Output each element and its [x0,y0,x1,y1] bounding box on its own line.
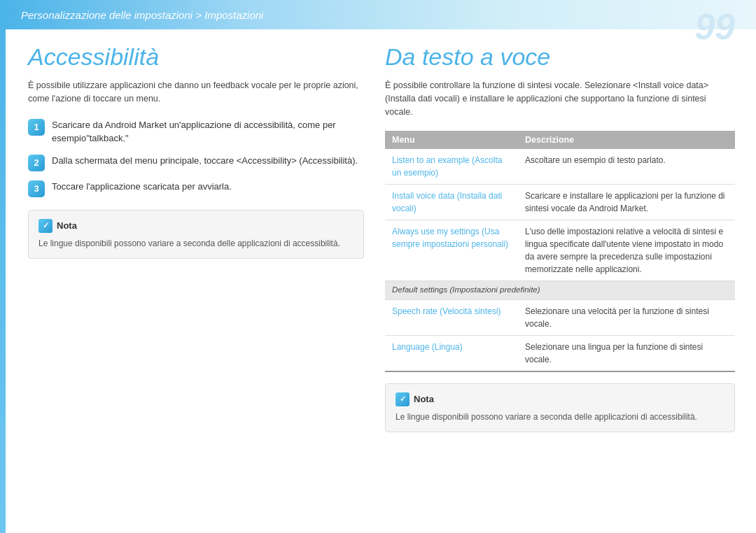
left-nota-icon: ✓ [38,219,52,233]
left-nota-box: ✓ Nota Le lingue disponibili possono var… [28,210,364,259]
right-nota-text: Le lingue disponibili possono variare a … [396,411,724,423]
table-row: Always use my settings (Usa sempre impos… [385,220,735,281]
right-nota-label: Nota [414,394,434,404]
breadcrumb-current: Impostazioni [204,9,263,21]
step-3: 3 Toccare l'applicazione scaricata per a… [28,180,364,197]
left-column: Accessibilità È possibile utilizzare app… [28,43,364,432]
left-nota-text: Le lingue disponibili possono variare a … [38,237,354,250]
menu-cell: Install voice data (Installa dati vocali… [385,185,518,220]
accessibilita-title: Accessibilità [28,43,364,71]
table-subheader: Default settings (Impostazioni predefini… [385,281,735,299]
info-table: Menu Descrizione Listen to an example (A… [385,131,735,371]
table-row: Speech rate (Velocità sintesi) Seleziona… [385,299,735,335]
description-cell: Selezionare una velocità per la funzione… [518,299,735,335]
main-content: Accessibilità È possibile utilizzare app… [0,29,756,446]
description-cell: Selezionare una lingua per la funzione d… [518,335,735,371]
menu-cell: Language (Lingua) [385,335,518,371]
step-1-number: 1 [28,119,45,136]
subheader-text: Default settings (Impostazioni predefini… [385,281,735,299]
right-nota-header: ✓ Nota [396,392,724,406]
description-cell: Ascoltare un esempio di testo parlato. [518,149,735,185]
step-1: 1 Scaricare da Android Market un'applica… [28,118,364,145]
left-nota-header: ✓ Nota [38,219,354,233]
step-3-number: 3 [28,180,45,197]
breadcrumb-separator: > [195,9,204,21]
steps-list: 1 Scaricare da Android Market un'applica… [28,118,364,197]
right-column: Da testo a voce È possibile controllare … [385,43,735,432]
left-nota-label: Nota [57,220,77,231]
table-row: Listen to an example (Ascolta un esempio… [385,149,735,185]
step-3-text: Toccare l'applicazione scaricata per avv… [52,180,232,194]
table-row: Install voice data (Installa dati vocali… [385,185,735,220]
breadcrumb: Personalizzazione delle impostazioni > I… [21,9,263,21]
left-stripe [0,0,6,533]
header-bar: Personalizzazione delle impostazioni > I… [0,0,756,29]
menu-cell: Always use my settings (Usa sempre impos… [385,220,518,281]
right-nota-box: ✓ Nota Le lingue disponibili possono var… [385,383,735,432]
description-cell: Scaricare e installare le applicazioni p… [518,185,735,220]
col-description-header: Descrizione [518,131,735,149]
accessibilita-description: È possibile utilizzare applicazioni che … [28,79,364,106]
breadcrumb-main: Personalizzazione delle impostazioni [21,9,192,21]
right-nota-icon: ✓ [396,392,410,406]
menu-cell: Listen to an example (Ascolta un esempio… [385,149,518,185]
col-menu-header: Menu [385,131,518,149]
da-testo-description: È possibile controllare la funzione di s… [385,79,735,118]
table-row: Language (Lingua) Selezionare una lingua… [385,335,735,371]
page-number: 99 [694,6,735,48]
step-2-number: 2 [28,155,45,171]
step-1-text: Scaricare da Android Market un'applicazi… [52,118,364,145]
step-2-text: Dalla schermata del menu principale, toc… [52,154,358,168]
step-2: 2 Dalla schermata del menu principale, t… [28,154,364,171]
da-testo-title: Da testo a voce [385,43,735,71]
menu-cell: Speech rate (Velocità sintesi) [385,299,518,335]
description-cell: L'uso delle impostazioni relative a velo… [518,220,735,281]
